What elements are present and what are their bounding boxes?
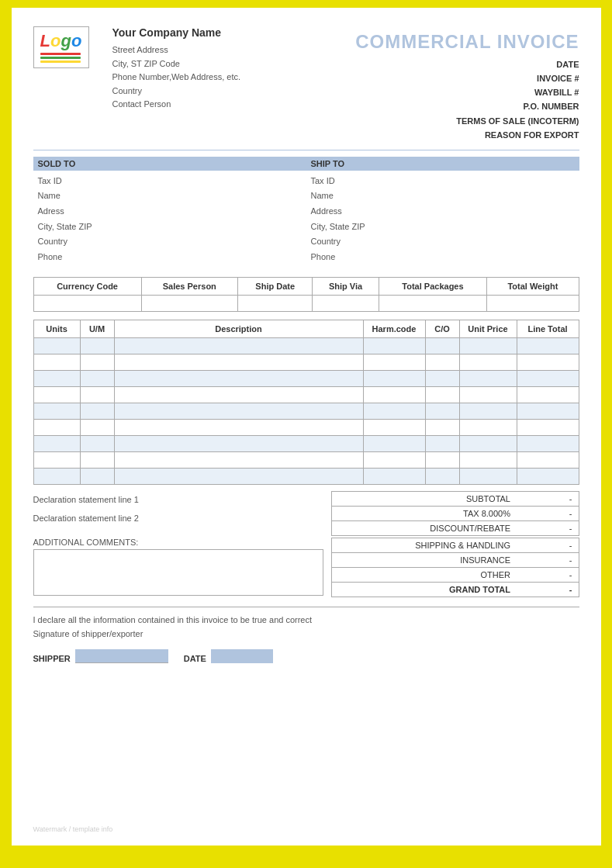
row-discount: DISCOUNT/REBATE - (331, 521, 579, 536)
ship-to-block: SHIP TO Tax ID Name Address City, State … (306, 157, 579, 265)
meta-date: DATE (339, 57, 579, 71)
cell-description (114, 420, 363, 436)
cell-co (425, 387, 459, 403)
cell-harmcode (363, 420, 425, 436)
decl-line2: Declaration statement line 2 (33, 510, 323, 527)
val-other: - (517, 568, 579, 583)
comments-label: ADDITIONAL COMMENTS: (33, 538, 323, 547)
cell-co (425, 403, 459, 420)
cell-unit_price (459, 354, 517, 371)
logo-g: g (61, 31, 71, 50)
header-right: COMMERCIAL INVOICE DATE INVOICE # WAYBIL… (339, 26, 579, 142)
cell-unit_price (459, 436, 517, 452)
comments-box[interactable] (33, 549, 323, 596)
cell-co (425, 469, 459, 485)
cell-line_total (517, 420, 579, 436)
cell-unit_price (459, 403, 517, 420)
logo-o2: o (71, 31, 81, 50)
company-info: Your Company Name Street Address City, S… (112, 26, 339, 112)
cell-unit_price (459, 420, 517, 436)
cell-line_total (517, 403, 579, 420)
col-description: Description (114, 320, 363, 338)
company-street: Street Address (112, 43, 339, 57)
val-discount: - (517, 521, 579, 536)
logo-box: Logo (33, 26, 89, 68)
date-block: DATE (184, 649, 273, 663)
totals-table: SUBTOTAL - TAX 8.000% - DISCOUNT/REBATE … (331, 491, 579, 536)
label-grand: GRAND TOTAL (331, 583, 517, 597)
shipping-table: Currency Code Sales Person Ship Date Shi… (33, 277, 579, 312)
val-insurance: - (517, 553, 579, 568)
cell-line_total (517, 452, 579, 469)
declaration-text: I declare all the information contained … (33, 614, 579, 641)
meta-terms: TERMS OF SALE (INCOTERM) (339, 114, 579, 128)
cell-unit_price (459, 469, 517, 485)
sold-to-block: SOLD TO Tax ID Name Adress City, State Z… (33, 157, 306, 265)
meta-waybill: WAYBILL # (339, 85, 579, 99)
totals-section: Declaration statement line 1 Declaration… (33, 491, 579, 536)
col-um: U/M (80, 320, 114, 338)
cell-unit_price (459, 452, 517, 469)
col-co: C/O (425, 320, 459, 338)
col-shipdate: Ship Date (237, 278, 313, 296)
table-row (33, 387, 579, 403)
cell-harmcode (363, 403, 425, 420)
cell-line_total (517, 371, 579, 387)
ship-to-address: Address (306, 204, 579, 220)
cell-line_total (517, 338, 579, 354)
decl-line1: Declaration statement line 1 (33, 491, 323, 509)
cell-units (33, 403, 80, 420)
col-shipvia: Ship Via (313, 278, 379, 296)
table-row (33, 338, 579, 354)
cell-co (425, 420, 459, 436)
ship-to-phone: Phone (306, 250, 579, 265)
val-salesperson (141, 296, 237, 312)
table-row (33, 420, 579, 436)
cell-description (114, 469, 363, 485)
cell-line_total (517, 469, 579, 485)
row-insurance: INSURANCE - (331, 553, 579, 568)
label-insurance: INSURANCE (331, 553, 517, 568)
ship-to-country: Country (306, 234, 579, 250)
cell-um (80, 452, 114, 469)
col-currency: Currency Code (33, 278, 141, 296)
company-contact: Contact Person (112, 98, 339, 112)
signature-row: SHIPPER DATE (33, 649, 579, 663)
val-shipping: - (517, 538, 579, 553)
row-shipping: SHIPPING & HANDLING - (331, 538, 579, 553)
cell-um (80, 420, 114, 436)
table-row (33, 354, 579, 371)
cell-description (114, 371, 363, 387)
table-row (33, 452, 579, 469)
row-tax: TAX 8.000% - (331, 507, 579, 521)
row-subtotal: SUBTOTAL - (331, 492, 579, 507)
val-weight (487, 296, 579, 312)
label-other: OTHER (331, 568, 517, 583)
shipping-table-container: Currency Code Sales Person Ship Date Shi… (33, 277, 579, 312)
val-subtotal: - (517, 492, 579, 507)
cell-um (80, 338, 114, 354)
totals-table2-block: SHIPPING & HANDLING - INSURANCE - OTHER … (331, 538, 579, 597)
label-tax: TAX 8.000% (331, 507, 517, 521)
meta-invoice: INVOICE # (339, 71, 579, 85)
sold-to-name: Name (33, 188, 306, 204)
items-table: Units U/M Description Harm.code C/O Unit… (33, 320, 579, 485)
table-row (33, 469, 579, 485)
cell-um (80, 436, 114, 452)
totals-table-block: SUBTOTAL - TAX 8.000% - DISCOUNT/REBATE … (331, 491, 579, 536)
shipper-block: SHIPPER (33, 649, 168, 663)
sold-to-taxid: Tax ID (33, 174, 306, 189)
cell-unit_price (459, 338, 517, 354)
col-linetotal: Line Total (517, 320, 579, 338)
totals-table2: SHIPPING & HANDLING - INSURANCE - OTHER … (331, 538, 579, 597)
cell-co (425, 452, 459, 469)
cell-units (33, 420, 80, 436)
cell-line_total (517, 354, 579, 371)
cell-um (80, 469, 114, 485)
cell-harmcode (363, 371, 425, 387)
row-grand: GRAND TOTAL - (331, 583, 579, 597)
val-shipdate (237, 296, 313, 312)
cell-unit_price (459, 387, 517, 403)
date-box (211, 649, 273, 663)
comments-block: ADDITIONAL COMMENTS: (33, 538, 331, 597)
